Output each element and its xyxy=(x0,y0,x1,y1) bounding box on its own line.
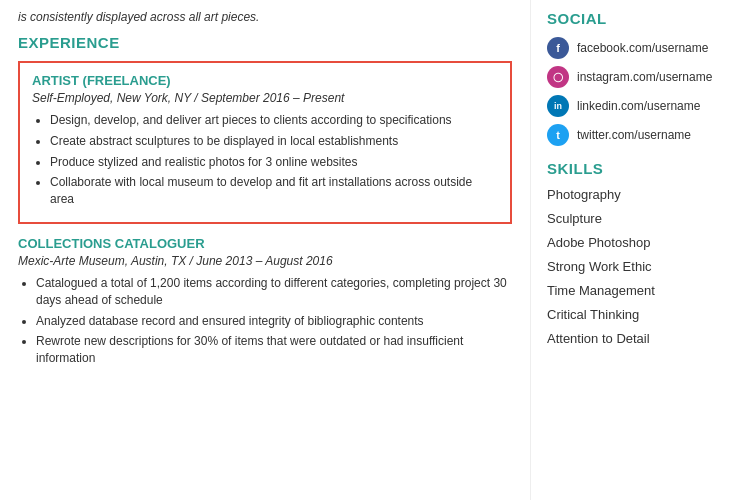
job1-bullet-1: Design, develop, and deliver art pieces … xyxy=(50,112,498,129)
skills-title: SKILLS xyxy=(547,160,724,177)
experience-title: EXPERIENCE xyxy=(18,34,512,51)
instagram-icon: ◯ xyxy=(547,66,569,88)
job2-bullet-2: Analyzed database record and ensured int… xyxy=(36,313,512,330)
instagram-link: instagram.com/username xyxy=(577,70,712,84)
linkedin-link: linkedin.com/username xyxy=(577,99,700,113)
skills-section: SKILLS Photography Sculpture Adobe Photo… xyxy=(547,160,724,349)
sidebar: SOCIAL f facebook.com/username ◯ instagr… xyxy=(530,0,740,500)
main-content: is consistently displayed across all art… xyxy=(0,0,530,500)
job1-bullet-2: Create abstract sculptures to be display… xyxy=(50,133,498,150)
facebook-link: facebook.com/username xyxy=(577,41,708,55)
job1-bullet-3: Produce stylized and realistic photos fo… xyxy=(50,154,498,171)
twitter-link: twitter.com/username xyxy=(577,128,691,142)
job2-title: COLLECTIONS CATALOGUER xyxy=(18,236,512,251)
skill-7: Attention to Detail xyxy=(547,331,724,349)
skill-1: Photography xyxy=(547,187,724,205)
job2-bullet-3: Rewrote new descriptions for 30% of item… xyxy=(36,333,512,367)
linkedin-icon: in xyxy=(547,95,569,117)
facebook-icon: f xyxy=(547,37,569,59)
skill-6: Critical Thinking xyxy=(547,307,724,325)
job2-section: COLLECTIONS CATALOGUER Mexic-Arte Museum… xyxy=(18,236,512,367)
skill-5: Time Management xyxy=(547,283,724,301)
skill-3: Adobe Photoshop xyxy=(547,235,724,253)
job1-box: ARTIST (FREELANCE) Self-Employed, New Yo… xyxy=(18,61,512,224)
twitter-icon: t xyxy=(547,124,569,146)
skill-4: Strong Work Ethic xyxy=(547,259,724,277)
page: is consistently displayed across all art… xyxy=(0,0,740,500)
job2-bullets: Catalogued a total of 1,200 items accord… xyxy=(18,275,512,367)
social-facebook[interactable]: f facebook.com/username xyxy=(547,37,724,59)
social-instagram[interactable]: ◯ instagram.com/username xyxy=(547,66,724,88)
social-linkedin[interactable]: in linkedin.com/username xyxy=(547,95,724,117)
job1-bullets: Design, develop, and deliver art pieces … xyxy=(32,112,498,208)
job1-title: ARTIST (FREELANCE) xyxy=(32,73,498,88)
skill-2: Sculpture xyxy=(547,211,724,229)
job2-bullet-1: Catalogued a total of 1,200 items accord… xyxy=(36,275,512,309)
job1-bullet-4: Collaborate with local museum to develop… xyxy=(50,174,498,208)
job1-subtitle: Self-Employed, New York, NY / September … xyxy=(32,91,498,105)
social-title: SOCIAL xyxy=(547,10,724,27)
intro-text: is consistently displayed across all art… xyxy=(18,10,512,24)
social-twitter[interactable]: t twitter.com/username xyxy=(547,124,724,146)
job2-subtitle: Mexic-Arte Museum, Austin, TX / June 201… xyxy=(18,254,512,268)
